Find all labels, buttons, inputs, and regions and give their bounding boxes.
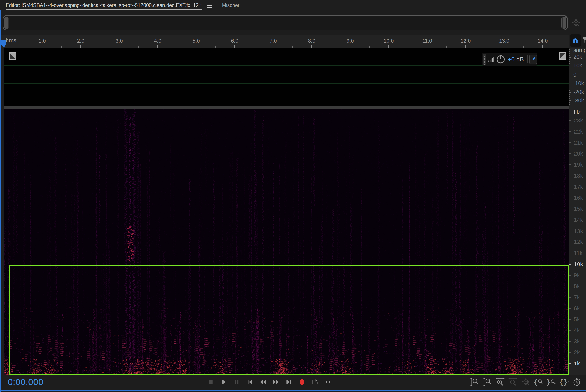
amplitude-axis-tick [568, 83, 572, 83]
fade-out-handle[interactable] [559, 52, 566, 60]
wave-gridline-v [389, 48, 389, 106]
frequency-axis-tick [568, 208, 571, 209]
frequency-axis-label: 16k [574, 194, 583, 201]
frequency-axis-tick [568, 242, 571, 242]
hud-pin-button[interactable] [530, 55, 537, 64]
ruler-minor-tick [23, 46, 23, 48]
zoom-to-selection-button[interactable]: {} [559, 377, 570, 387]
ruler-minor-tick [408, 46, 408, 48]
zoom-in-point-button[interactable]: { [533, 377, 544, 387]
stop-button[interactable] [205, 377, 216, 387]
rewind-button[interactable] [258, 377, 268, 387]
zoom-in-vertical-button[interactable] [469, 377, 480, 387]
timer-icon [572, 377, 582, 387]
zoom-navigate-icon[interactable] [571, 18, 581, 28]
gain-knob[interactable] [496, 54, 506, 64]
zoom-reset-button[interactable] [520, 377, 531, 387]
zoom-out-vertical-icon [482, 377, 492, 387]
tab-editor[interactable]: Editor: ISM4SBA1--4-overlapping-identica… [6, 0, 202, 10]
amplitude-axis-tick [568, 98, 570, 99]
zoom-navigator-bar[interactable] [2, 15, 568, 30]
frequency-axis-label: 15k [574, 206, 583, 212]
tab-mischer[interactable]: Mischer [222, 2, 240, 8]
frequency-axis-tick [568, 153, 571, 154]
record-button[interactable] [297, 377, 307, 387]
amplitude-axis-label: -30k [574, 98, 584, 104]
playhead-line[interactable] [4, 48, 4, 106]
ruler-minor-tick [177, 46, 177, 48]
ruler-tick-label: 11,0 [422, 38, 432, 44]
frequency-axis-tick [568, 164, 571, 165]
loop-playback-button[interactable] [310, 377, 320, 387]
timer-button[interactable] [572, 377, 582, 387]
frequency-axis-tick [568, 253, 571, 254]
zoom-out-point-button[interactable]: } [546, 377, 557, 387]
add-marker-button[interactable] [582, 35, 586, 44]
wave-gridline-v [81, 48, 81, 106]
fast-forward-button[interactable] [270, 377, 281, 387]
ruler-major-tick [234, 45, 235, 48]
waveform-display[interactable]: +0 dB [4, 48, 568, 106]
play-button[interactable] [218, 377, 229, 387]
amplitude-axis-unit: samp [574, 48, 586, 53]
navigator-right-handle[interactable] [562, 17, 566, 29]
gain-hud[interactable]: +0 dB [482, 53, 537, 66]
frequency-axis-label: 20k [574, 150, 583, 157]
panel-splitter[interactable] [4, 106, 568, 109]
ruler-tick-label: 7,0 [270, 38, 277, 44]
ruler-minor-tick [254, 46, 254, 48]
hud-drag-handle[interactable] [483, 54, 486, 65]
zoom-out-point-icon [550, 378, 557, 386]
wave-gridline-v [119, 48, 120, 106]
transport-buttons [205, 377, 333, 387]
frequency-axis-tick [568, 352, 571, 353]
gain-value[interactable]: +0 [508, 56, 515, 63]
wave-gridline-v [196, 48, 196, 106]
spectral-selection-box[interactable] [9, 265, 568, 374]
record-icon [298, 378, 306, 386]
amplitude-axis-tick [568, 100, 572, 101]
time-display[interactable]: 0:00.000 [8, 377, 44, 387]
ruler-major-tick [427, 45, 428, 48]
skip-to-end-button[interactable] [284, 377, 294, 387]
frequency-axis-label: 14k [574, 216, 583, 223]
playhead-caret[interactable] [1, 40, 6, 48]
frequency-axis-label: 1k [574, 360, 580, 367]
skip-to-start-button[interactable] [244, 377, 255, 387]
hud-divider [527, 56, 528, 63]
ruler-tick-label: 10,0 [384, 38, 394, 44]
transport-bar: 0:00.000 [0, 376, 586, 390]
splitter-grip[interactable] [298, 106, 313, 108]
zoom-in-horizontal-button[interactable] [495, 377, 505, 387]
frequency-axis-label: 7k [574, 294, 580, 301]
ruler-major-tick [388, 45, 389, 48]
timeline-ruler[interactable]: hms 1,02,03,04,05,06,07,08,09,010,011,01… [0, 35, 568, 48]
zoom-out-horizontal-button[interactable] [508, 377, 518, 387]
frequency-axis-label: 12k [574, 239, 583, 246]
ruler-minor-tick [331, 46, 331, 48]
navigator-left-handle[interactable] [4, 17, 9, 29]
amplitude-axis-tick [568, 55, 570, 56]
panel-menu-icon[interactable] [207, 3, 212, 8]
wave-gridline-v [273, 48, 274, 106]
zoom-out-vertical-button[interactable] [482, 377, 492, 387]
fade-in-handle[interactable] [9, 52, 16, 60]
amplitude-axis-tick [568, 65, 572, 66]
ruler-tick-label: 12,0 [461, 38, 471, 44]
wave-gridline-h [4, 83, 568, 84]
frequency-axis-label: 23k [574, 117, 583, 124]
ruler-tick-label: 1,0 [38, 38, 46, 44]
pause-button[interactable] [232, 377, 242, 387]
frequency-axis-tick [568, 142, 571, 143]
skip-selection-button[interactable] [323, 377, 333, 387]
tab-bar: Editor: ISM4SBA1--4-overlapping-identica… [0, 0, 586, 10]
frequency-axis-tick [568, 132, 571, 132]
play-icon [220, 378, 227, 386]
frequency-axis-tick [568, 120, 571, 121]
pause-icon [234, 379, 240, 385]
braces-glyph: {} [559, 378, 568, 386]
snap-toggle-button[interactable] [570, 34, 581, 46]
spectral-frequency-display[interactable] [4, 109, 568, 376]
frequency-axis-label: 4k [574, 327, 580, 334]
skip-to-start-icon [246, 379, 253, 385]
